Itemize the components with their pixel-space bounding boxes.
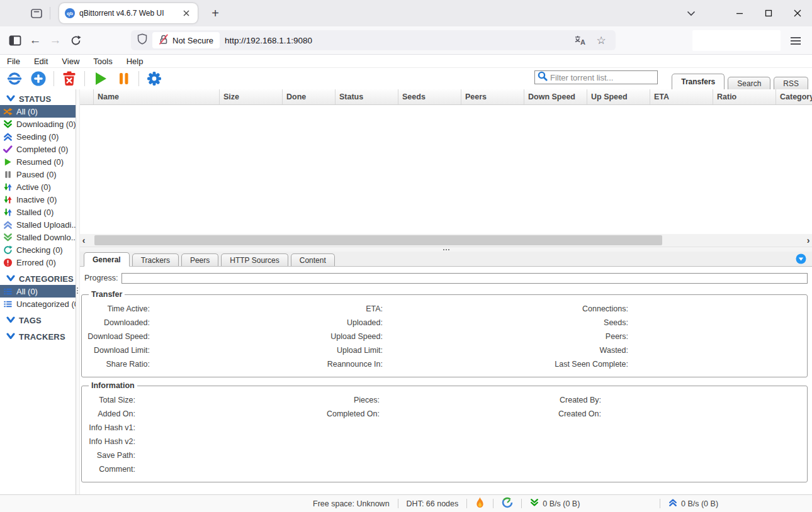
- menu-help[interactable]: Help: [120, 55, 150, 67]
- column-header-peers[interactable]: Peers: [461, 89, 524, 104]
- main-tab-search[interactable]: Search: [728, 77, 770, 89]
- minimize-button[interactable]: [725, 0, 754, 26]
- scroll-right-icon[interactable]: ›: [804, 234, 812, 247]
- category-list-icon: [3, 287, 13, 296]
- sidebar-splitter[interactable]: [76, 89, 80, 494]
- column-header-seeds[interactable]: Seeds: [398, 89, 461, 104]
- scrollbar-track[interactable]: [87, 234, 804, 247]
- detail-tab-trackers[interactable]: Trackers: [132, 253, 179, 266]
- connection-status-gauge-icon[interactable]: [502, 497, 513, 510]
- pause-icon: [3, 170, 13, 179]
- main-tab-transfers[interactable]: Transfers: [672, 74, 725, 89]
- field-label: Total Size:: [82, 396, 135, 404]
- status-filter-downloading[interactable]: Downloading (0): [0, 118, 76, 130]
- add-torrent-file-icon[interactable]: [30, 70, 47, 87]
- column-header-status[interactable]: Status: [336, 89, 398, 104]
- shield-icon[interactable]: [137, 33, 147, 47]
- address-bar[interactable]: Not Secure http://192.168.1.1:9080 A ☆: [131, 30, 616, 50]
- column-header-size[interactable]: Size: [220, 89, 283, 104]
- status-filter-inactive[interactable]: Inactive (0): [0, 193, 76, 206]
- back-icon[interactable]: ←: [25, 30, 45, 50]
- tab-close-icon[interactable]: [181, 8, 192, 19]
- category-filter-all[interactable]: All (0): [0, 285, 76, 298]
- status-filter-stalled[interactable]: Stalled (0): [0, 206, 76, 218]
- status-filter-stalled-uploading[interactable]: Stalled Uploadi...: [0, 218, 76, 231]
- sidebar-section-trackers[interactable]: TRACKERS: [0, 330, 76, 343]
- maximize-button[interactable]: [754, 0, 783, 26]
- torrent-list-empty[interactable]: [80, 105, 812, 234]
- status-filter-all[interactable]: All (0): [0, 105, 76, 118]
- detail-tab-general[interactable]: General: [84, 252, 130, 267]
- status-filter-checking[interactable]: Checking (0): [0, 243, 76, 256]
- field-label: Comment:: [82, 465, 135, 474]
- close-button[interactable]: [783, 0, 812, 26]
- menu-view[interactable]: View: [55, 55, 86, 67]
- global-download-speed[interactable]: 0 B/s (0 B): [530, 498, 580, 509]
- divider: [660, 499, 660, 508]
- global-upload-speed[interactable]: 0 B/s (0 B): [668, 498, 718, 509]
- scrollbar-thumb[interactable]: [94, 235, 662, 245]
- torrent-table-header: Name Size Done Status Seeds Peers Down S…: [80, 89, 812, 105]
- status-filter-stalled-downloading[interactable]: Stalled Downlo...: [0, 231, 76, 243]
- delete-torrent-icon[interactable]: [61, 70, 77, 87]
- filter-torrent-input[interactable]: [550, 73, 655, 82]
- detail-tab-http-sources[interactable]: HTTP Sources: [221, 253, 288, 266]
- forward-icon: →: [45, 30, 65, 50]
- status-filter-resumed[interactable]: Resumed (0): [0, 155, 76, 168]
- collapse-panel-icon[interactable]: [796, 253, 806, 264]
- transfer-legend: Transfer: [89, 290, 125, 299]
- security-chip[interactable]: Not Secure: [152, 32, 220, 48]
- menu-hamburger-icon[interactable]: [786, 31, 806, 51]
- filters-sidebar: STATUS All (0) Downloading (0) Seeding (…: [0, 89, 76, 494]
- menu-file[interactable]: File: [0, 55, 27, 67]
- double-chevron-down-light-icon: [3, 233, 13, 242]
- sidebar-section-categories[interactable]: CATEGORIES: [0, 272, 76, 285]
- sidebar-section-status[interactable]: STATUS: [0, 92, 76, 105]
- category-list-icon: [3, 299, 13, 309]
- browser-tab[interactable]: qb qBittorrent v4.6.7 Web UI: [59, 3, 198, 23]
- column-header-up-speed[interactable]: Up Speed: [587, 89, 650, 104]
- scroll-left-icon[interactable]: ‹: [80, 234, 87, 247]
- double-chevron-down-icon: [3, 120, 13, 129]
- field-label: Upload Limit:: [266, 346, 383, 355]
- options-gear-icon[interactable]: [146, 70, 162, 87]
- column-header-done[interactable]: Done: [283, 89, 336, 104]
- reload-icon[interactable]: [65, 30, 86, 50]
- resume-icon[interactable]: [92, 70, 108, 87]
- menu-tools[interactable]: Tools: [86, 55, 119, 67]
- status-filter-active[interactable]: Active (0): [0, 181, 76, 193]
- column-header-eta[interactable]: ETA: [650, 89, 713, 104]
- new-tab-button[interactable]: +: [206, 4, 225, 23]
- list-all-tabs-icon[interactable]: [681, 4, 701, 22]
- column-header-ratio[interactable]: Ratio: [713, 89, 776, 104]
- status-filter-seeding[interactable]: Seeding (0): [0, 130, 76, 143]
- status-filter-paused[interactable]: Paused (0): [0, 168, 76, 181]
- bookmark-star-icon[interactable]: ☆: [593, 32, 609, 48]
- field-label: Upload Speed:: [266, 332, 383, 341]
- broken-lock-icon: [159, 34, 169, 47]
- detail-tab-peers[interactable]: Peers: [181, 253, 218, 266]
- sidebar-toggle-icon[interactable]: [5, 30, 25, 50]
- translate-icon[interactable]: A: [572, 32, 588, 48]
- field-label: ETA:: [266, 304, 383, 313]
- double-chevron-up-light-icon: [3, 220, 13, 230]
- chevron-down-icon: [6, 316, 15, 325]
- pause-icon[interactable]: [115, 70, 132, 87]
- detail-tab-content[interactable]: Content: [291, 253, 335, 266]
- category-filter-uncategorized[interactable]: Uncategorized (0): [0, 298, 76, 310]
- status-bar: Free space: Unknown DHT: 66 nodes 0 B/s …: [0, 494, 812, 512]
- information-fieldset: Information Total Size: Pieces: Created …: [81, 381, 808, 482]
- sidebar-section-tags[interactable]: TAGS: [0, 314, 76, 326]
- column-header-down-speed[interactable]: Down Speed: [524, 89, 587, 104]
- play-icon: [3, 157, 13, 167]
- status-filter-errored[interactable]: Errored (0): [0, 256, 76, 269]
- alt-speed-flame-icon[interactable]: [475, 497, 485, 511]
- status-filter-completed[interactable]: Completed (0): [0, 143, 76, 155]
- add-torrent-link-icon[interactable]: [6, 70, 23, 87]
- firefox-view-icon[interactable]: [28, 4, 45, 22]
- column-header-name[interactable]: Name: [94, 89, 220, 104]
- menu-edit[interactable]: Edit: [27, 55, 55, 67]
- column-header-category[interactable]: Category: [776, 89, 812, 104]
- panel-splitter[interactable]: [80, 247, 812, 252]
- main-tab-rss[interactable]: RSS: [774, 77, 808, 89]
